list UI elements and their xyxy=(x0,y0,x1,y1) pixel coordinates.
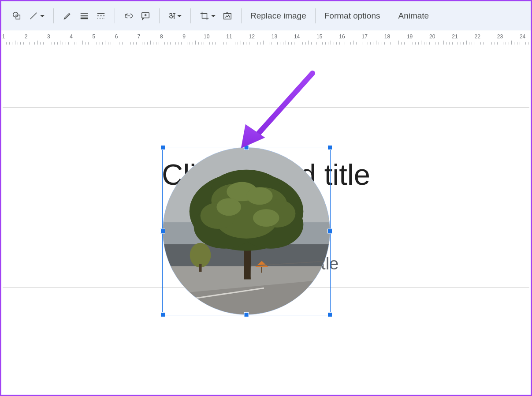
pencil-icon xyxy=(63,11,72,21)
ruler-number: 9 xyxy=(182,34,186,40)
svg-point-32 xyxy=(246,187,273,205)
toolbar-separator xyxy=(159,8,160,23)
border-dash-icon xyxy=(96,11,106,21)
svg-point-0 xyxy=(13,12,18,17)
svg-line-2 xyxy=(30,13,37,19)
insert-link-button[interactable] xyxy=(120,8,137,24)
svg-rect-19 xyxy=(199,264,202,272)
crop-image-button[interactable] xyxy=(196,8,219,24)
resize-handle-left[interactable] xyxy=(160,229,165,234)
ruler-number: 17 xyxy=(362,34,368,40)
resize-handle-top-left[interactable] xyxy=(160,145,165,150)
ruler-number: 11 xyxy=(226,34,232,40)
comment-icon xyxy=(141,11,150,21)
toolbar-separator xyxy=(241,8,242,23)
shape-tool-button[interactable] xyxy=(8,8,25,24)
selected-image-bounding-box[interactable] xyxy=(162,147,331,315)
language-font-button[interactable]: अ xyxy=(165,8,185,24)
formatting-toolbar: अ Replace image Format options Animate xyxy=(1,1,531,31)
ruler-number: 10 xyxy=(204,34,209,40)
border-weight-icon xyxy=(79,11,89,21)
border-color-button[interactable] xyxy=(59,8,76,24)
resize-handle-top[interactable] xyxy=(244,145,249,150)
svg-point-18 xyxy=(190,243,211,268)
chevron-down-icon xyxy=(211,15,216,17)
toolbar-separator xyxy=(115,8,115,23)
ruler-number: 1 xyxy=(2,34,5,40)
resize-handle-top-right[interactable] xyxy=(327,145,332,150)
link-icon xyxy=(124,11,134,21)
ruler-number: 22 xyxy=(475,34,480,40)
resize-handle-bottom[interactable] xyxy=(244,312,249,317)
resize-handle-right[interactable] xyxy=(327,229,332,234)
ruler-number: 4 xyxy=(70,34,73,40)
line-icon xyxy=(29,11,38,21)
replace-image-button[interactable]: Replace image xyxy=(244,8,313,24)
chevron-down-icon xyxy=(40,15,45,17)
tree-photo-icon xyxy=(163,148,330,314)
ruler-number: 16 xyxy=(339,34,345,40)
slide[interactable]: Cli ck to ad d title Click to add su bti… xyxy=(3,59,529,395)
ruler-number: 23 xyxy=(497,34,503,40)
ruler-number: 19 xyxy=(407,34,413,40)
svg-point-34 xyxy=(253,209,279,227)
line-tool-button[interactable] xyxy=(25,8,48,24)
ruler-number: 18 xyxy=(384,34,390,40)
rotation-handle[interactable] xyxy=(244,130,249,135)
ruler-number: 15 xyxy=(316,34,322,40)
reset-image-icon xyxy=(223,11,232,21)
ruler-number: 7 xyxy=(138,34,141,40)
ruler-number: 6 xyxy=(115,34,118,40)
border-dash-button[interactable] xyxy=(93,8,109,24)
svg-point-33 xyxy=(216,198,241,216)
format-options-button[interactable]: Format options xyxy=(318,8,387,24)
toolbar-separator xyxy=(190,8,191,23)
ruler-number: 3 xyxy=(47,34,50,40)
cropped-circle-image[interactable] xyxy=(163,147,330,315)
toolbar-separator xyxy=(389,8,389,23)
chevron-down-icon xyxy=(177,15,182,17)
resize-handle-bottom-right[interactable] xyxy=(327,312,332,317)
ruler-number: 20 xyxy=(429,34,435,40)
resize-handle-bottom-left[interactable] xyxy=(160,312,165,317)
horizontal-ruler[interactable]: 123456789101112131415161718192021222324 xyxy=(1,30,531,45)
ruler-number: 8 xyxy=(160,34,163,40)
reset-image-button[interactable] xyxy=(219,8,236,24)
border-weight-button[interactable] xyxy=(76,8,93,24)
ruler-number: 2 xyxy=(25,34,28,40)
ruler-number: 21 xyxy=(452,34,458,40)
ruler-number: 12 xyxy=(249,34,255,40)
ruler-number: 14 xyxy=(294,34,300,40)
crop-icon xyxy=(200,11,209,21)
ruler-number: 13 xyxy=(272,34,277,40)
ruler-number: 24 xyxy=(520,34,525,40)
devanagari-a-icon: अ xyxy=(168,10,175,22)
slide-canvas[interactable]: Cli ck to ad d title Click to add su bti… xyxy=(1,45,531,395)
toolbar-separator xyxy=(53,8,54,23)
animate-button[interactable]: Animate xyxy=(392,8,435,24)
toolbar-separator xyxy=(315,8,316,23)
shape-icon xyxy=(12,11,22,21)
add-comment-button[interactable] xyxy=(137,8,154,24)
ruler-number: 5 xyxy=(92,34,95,40)
